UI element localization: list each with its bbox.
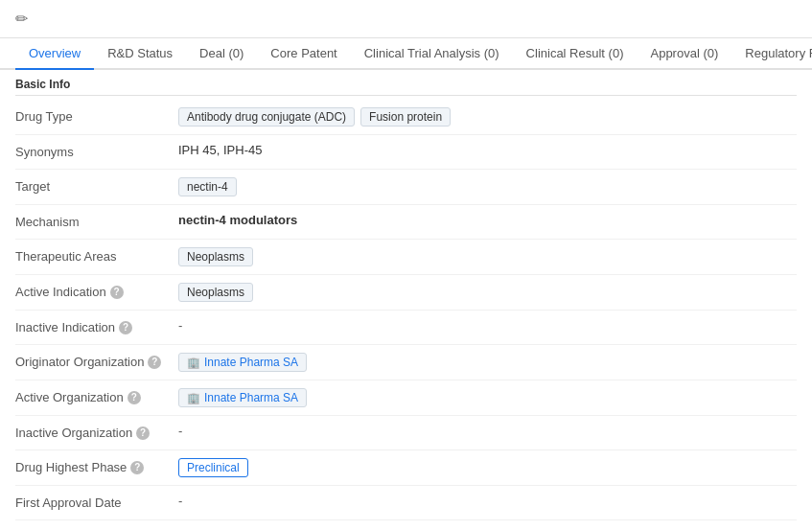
org-name: Innate Pharma SA [204,356,298,369]
field-row-active-indication: Active Indication?Neoplasms [15,275,797,311]
dash-inactive-indication: - [178,318,182,333]
nav-tabs: OverviewR&D StatusDeal (0)Core PatentCli… [0,38,812,70]
field-value-therapeutic-areas: Neoplasms [178,247,797,266]
pencil-icon: ✏ [15,10,28,28]
text-synonyms: IPH 45, IPH-45 [178,143,262,157]
tab-core-patent[interactable]: Core Patent [257,38,350,70]
section-header-basic-info: Basic Info [15,70,797,96]
field-label-therapeutic-areas: Therapeutic Areas [15,247,178,264]
field-label-inactive-indication: Inactive Indication? [15,318,178,334]
content-area: Basic InfoDrug TypeAntibody drug conjuga… [0,70,812,530]
field-value-active-organization: 🏢Innate Pharma SA [178,388,797,407]
tab-regulatory-review[interactable]: Regulatory Review (0) [731,38,812,70]
page-header: ✏ [0,0,812,38]
building-icon: 🏢 [187,357,200,369]
field-value-originator-organization: 🏢Innate Pharma SA [178,353,797,372]
field-row-drug-highest-phase: Drug Highest Phase?Preclinical [15,450,797,486]
field-value-synonyms: IPH 45, IPH-45 [178,143,797,157]
field-row-target: Targetnectin-4 [15,170,797,205]
field-value-drug-highest-phase: Preclinical [178,458,797,477]
field-row-first-approval-date: First Approval Date- [15,486,797,520]
tag-drug-type: Fusion protein [360,107,451,127]
tag-target: nectin-4 [178,177,237,196]
field-row-therapeutic-areas: Therapeutic AreasNeoplasms [15,240,797,275]
field-label-synonyms: Synonyms [15,143,178,159]
help-icon-inactive-organization[interactable]: ? [136,426,150,440]
field-label-active-organization: Active Organization? [15,388,178,404]
tab-overview[interactable]: Overview [15,38,94,70]
field-label-active-indication: Active Indication? [15,283,178,299]
tab-clinical-result[interactable]: Clinical Result (0) [513,38,638,70]
field-value-target: nectin-4 [178,177,797,196]
field-value-inactive-indication: - [178,318,797,333]
field-value-first-approval-date: - [178,494,797,508]
field-value-inactive-organization: - [178,424,797,438]
field-label-mechanism: Mechanism [15,213,178,229]
dash-first-approval-date: - [178,494,182,508]
field-label-drug-highest-phase: Drug Highest Phase? [15,458,178,474]
tab-clinical-trial-analysis[interactable]: Clinical Trial Analysis (0) [351,38,513,70]
field-row-active-organization: Active Organization?🏢Innate Pharma SA [15,380,797,416]
bold-text-mechanism: nectin-4 modulators [178,213,297,227]
field-label-originator-organization: Originator Organization? [15,353,178,369]
field-row-drug-type: Drug TypeAntibody drug conjugate (ADC)Fu… [15,100,797,135]
tab-rd-status[interactable]: R&D Status [94,38,186,70]
field-label-inactive-organization: Inactive Organization? [15,424,178,440]
org-link-active-organization[interactable]: 🏢Innate Pharma SA [178,388,307,407]
tab-approval[interactable]: Approval (0) [637,38,731,70]
tag-outline-drug-highest-phase: Preclinical [178,458,248,477]
help-icon-originator-organization[interactable]: ? [148,356,161,369]
dash-inactive-organization: - [178,424,182,438]
field-value-drug-type: Antibody drug conjugate (ADC)Fusion prot… [178,107,797,127]
field-label-first-approval-date: First Approval Date [15,494,178,510]
help-icon-inactive-indication[interactable]: ? [119,321,132,334]
tag-active-indication: Neoplasms [178,283,253,302]
tag-drug-type: Antibody drug conjugate (ADC) [178,107,355,127]
field-value-active-indication: Neoplasms [178,283,797,302]
field-label-target: Target [15,177,178,194]
org-link-originator-organization[interactable]: 🏢Innate Pharma SA [178,353,307,372]
field-row-inactive-organization: Inactive Organization?- [15,416,797,450]
help-icon-active-organization[interactable]: ? [128,391,141,404]
field-row-originator-organization: Originator Organization?🏢Innate Pharma S… [15,345,797,380]
org-name: Innate Pharma SA [204,391,298,404]
help-icon-drug-highest-phase[interactable]: ? [130,461,144,474]
tag-therapeutic-areas: Neoplasms [178,247,253,266]
field-row-mechanism: Mechanismnectin-4 modulators [15,205,797,240]
field-label-drug-type: Drug Type [15,107,178,124]
building-icon: 🏢 [187,392,200,404]
field-value-mechanism: nectin-4 modulators [178,213,797,227]
tab-deal[interactable]: Deal (0) [186,38,257,70]
field-row-inactive-indication: Inactive Indication?- [15,311,797,345]
help-icon-active-indication[interactable]: ? [110,286,124,299]
field-row-synonyms: SynonymsIPH 45, IPH-45 [15,135,797,170]
